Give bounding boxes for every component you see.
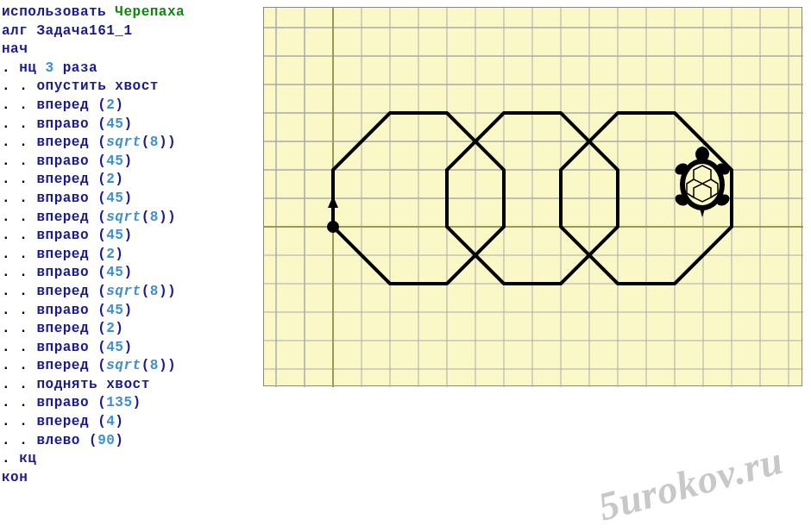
code-line: . . вперед (sqrt(8)) [2,209,261,228]
num: 45 [106,265,123,280]
cmd-right: вправо [36,340,89,355]
num: 2 [106,97,115,113]
cmd-pen-down: опустить хвост [36,78,158,94]
func-sqrt: sqrt [106,135,141,150]
code-line: . . вперед (sqrt(8)) [2,134,261,153]
num: 2 [106,247,115,262]
cmd-forward: вперед [36,321,89,336]
cmd-right: вправо [36,191,89,206]
code-line: . . вперед (4) [2,413,261,432]
cmd-forward: вперед [36,172,89,187]
cmd-right: вправо [36,265,89,280]
num: 45 [106,153,123,169]
cmd-forward: вперед [36,135,89,150]
num: 45 [106,228,123,243]
num: 45 [106,116,123,132]
cmd-right: вправо [36,116,89,132]
cmd-forward: вперед [36,284,89,299]
code-line: . . влево (90) [2,432,261,451]
cmd-forward: вперед [36,97,89,113]
code-line: . . вправо (45) [2,302,261,321]
code-line: . . вперед (sqrt(8)) [2,283,261,302]
cmd-forward: вперед [36,210,89,225]
kw-begin: нач [2,41,28,57]
cmd-forward: вперед [36,414,89,429]
code-line: . . вперед (2) [2,97,261,116]
kw-module: Черепаха [115,4,185,20]
num: 90 [97,433,115,448]
cmd-pen-up: поднять хвост [36,377,149,392]
svg-point-46 [695,147,709,162]
code-line: . . вперед (2) [2,171,261,190]
cmd-right: вправо [36,228,89,243]
code-panel: использовать Черепаха алг Задача161_1 на… [0,0,263,532]
kw-loop: нц [19,60,36,76]
code-line: . . вперед (2) [2,320,261,339]
cmd-left: влево [36,433,80,448]
num: 8 [150,210,159,225]
code-line: . . вправо (45) [2,264,261,283]
kw-end: кон [2,470,28,485]
cmd-right: вправо [36,153,89,169]
code-line: кон [2,469,261,488]
kw-alg: алг [2,23,28,39]
watermark: 5urokov.ru [594,437,788,530]
num: 8 [150,358,159,373]
num: 45 [106,191,123,206]
cmd-right: вправо [36,395,89,410]
code-line: . . вперед (2) [2,246,261,265]
code-line: . . вперед (sqrt(8)) [2,357,261,376]
canvas-svg [264,8,803,387]
num: 8 [150,284,159,299]
code-line: . . вправо (45) [2,190,261,209]
num: 135 [106,395,132,410]
alg-name: Задача161_1 [36,23,132,39]
code-line: . . вправо (45) [2,153,261,172]
code-line: . . вправо (45) [2,227,261,246]
kw-loop: раза [63,60,97,76]
num: 8 [150,135,159,150]
num: 2 [106,321,115,336]
svg-point-45 [684,163,720,206]
kw-loop-end: кц [19,451,36,466]
code-line: . кц [2,450,261,469]
turtle-canvas [263,7,802,386]
code-line: использовать Черепаха [2,3,261,22]
code-line: алг Задача161_1 [2,22,261,41]
code-line: . . поднять хвост [2,376,261,395]
func-sqrt: sqrt [106,210,141,225]
num: 45 [106,340,123,355]
cmd-forward: вперед [36,247,89,262]
num: 4 [106,414,115,429]
cmd-right: вправо [36,303,89,318]
num: 3 [46,60,54,76]
num: 45 [106,303,123,318]
code-line: . нц 3 раза [2,59,261,78]
code-line: . . вправо (45) [2,339,261,358]
code-line: . . вправо (135) [2,394,261,413]
code-line: нач [2,41,261,59]
code-line: . . вправо (45) [2,116,261,135]
cmd-forward: вперед [36,358,89,373]
func-sqrt: sqrt [106,284,141,299]
func-sqrt: sqrt [106,358,141,373]
kw-use: использовать [2,4,106,20]
num: 2 [106,172,115,187]
code-line: . . опустить хвост [2,78,261,97]
